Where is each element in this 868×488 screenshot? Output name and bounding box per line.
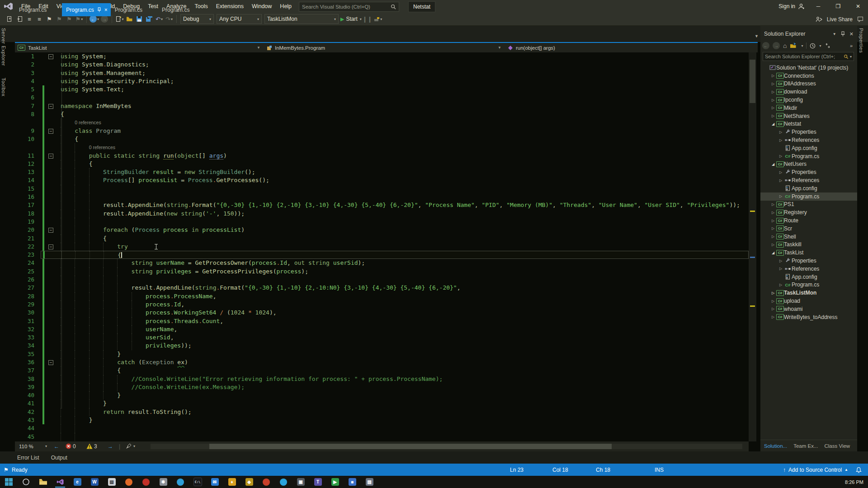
code-line-33[interactable]: 33userSid, (15, 333, 749, 342)
tree-item-route[interactable]: ▷C#Route (760, 216, 857, 225)
tab-2-program-cs[interactable]: Program.cs× (62, 3, 110, 16)
taskbar-clock[interactable]: 8:26 PM (845, 476, 863, 488)
code-line-44[interactable]: 44 (15, 424, 749, 432)
tree-item-netstat[interactable]: ◢C#Netstat (760, 120, 857, 128)
status-line[interactable]: Ln 23 (510, 464, 524, 476)
code-editor[interactable]: 1−using System;2using System.Diagnostics… (15, 52, 749, 441)
breadcrumb-method[interactable]: run(object[] args) (505, 45, 752, 51)
collapsed-arrow-icon[interactable]: ▷ (770, 307, 776, 311)
nav-forward-arrow-icon[interactable]: → (108, 442, 113, 450)
collapsed-arrow-icon[interactable]: ▷ (770, 291, 776, 295)
tree-item-whoami[interactable]: ▷C#whoami (760, 305, 857, 313)
code-line-19[interactable]: 19 (15, 218, 749, 226)
close-icon[interactable]: ✕ (849, 31, 854, 37)
tree-item-tasklistmon[interactable]: ▷C#TaskListMon (760, 289, 857, 297)
dropdown-icon[interactable]: ▾ (819, 44, 821, 48)
minimize-button[interactable]: ─ (808, 0, 828, 13)
window-position-icon[interactable]: ▼ (833, 32, 836, 36)
code-line-43[interactable]: 43} (15, 416, 749, 424)
zoom-dropdown[interactable]: 110 %▾ (17, 442, 49, 450)
code-line-10[interactable]: 10{ (15, 135, 749, 143)
code-line-1[interactable]: 1−using System; (15, 52, 749, 61)
pin-icon[interactable] (841, 31, 845, 37)
taskbar-app-green-icon[interactable]: ▶ (328, 477, 342, 488)
collapse-box-icon[interactable]: − (48, 228, 53, 233)
breadcrumb-csharp-project[interactable]: C#TaskList▼ (15, 45, 264, 51)
collapsed-arrow-icon[interactable]: ▷ (770, 219, 776, 223)
collapsed-arrow-icon[interactable]: ▷ (770, 235, 776, 239)
code-line-16[interactable]: 16 (15, 193, 749, 201)
dropdown-icon[interactable]: ▾ (850, 55, 852, 59)
tab-overflow-icon[interactable]: ▼ (755, 34, 759, 38)
code-line-13[interactable]: 13StringBuilder result = new StringBuild… (15, 168, 749, 176)
collapse-all-icon[interactable] (825, 43, 831, 48)
tree-item-mkdir[interactable]: ▷C#Mkdir (760, 104, 857, 112)
nav-back-arrow-icon[interactable]: ← (54, 442, 59, 450)
collapsed-arrow-icon[interactable]: ▷ (770, 315, 776, 319)
tree-item-ps1[interactable]: ▷C#PS1 (760, 201, 857, 209)
code-line-3[interactable]: 3using System.Management; (15, 69, 749, 77)
collapsed-arrow-icon[interactable]: ▷ (770, 211, 776, 215)
code-line-28[interactable]: 28process.ProcessName, (15, 292, 749, 300)
collapsed-arrow-icon[interactable]: ▷ (770, 74, 776, 78)
dropdown-icon[interactable]: ▾ (801, 44, 803, 48)
collapsed-arrow-icon[interactable]: ▷ (778, 267, 784, 271)
solution-name-badge[interactable]: Netstat (408, 1, 435, 12)
tree-item-connections[interactable]: ▷C#Connections (760, 72, 857, 80)
taskbar-app-blue-icon[interactable]: ■ (345, 477, 359, 488)
taskbar-file-explorer-icon[interactable] (36, 477, 50, 488)
code-cleanup-broom-icon[interactable]: ▾ (126, 442, 135, 450)
close-button[interactable]: ✕ (848, 0, 868, 13)
tab-3-program-cs[interactable]: Program.cs (111, 3, 158, 16)
code-line-21[interactable]: 21{ (15, 235, 749, 243)
code-line-37[interactable]: 37{ (15, 366, 749, 375)
expanded-arrow-icon[interactable]: ◢ (770, 122, 776, 126)
collapsed-arrow-icon[interactable]: ▷ (778, 178, 784, 183)
tree-item-writebytes-toaddress[interactable]: ▷C#WriteBytes_toAddress (760, 313, 857, 321)
tree-item-scr[interactable]: ▷C#Scr (760, 225, 857, 233)
code-line-23[interactable]: 23{ (15, 251, 749, 259)
close-tab-icon[interactable]: × (104, 7, 108, 13)
taskbar-app-red-icon[interactable] (139, 477, 153, 488)
menu-help[interactable]: Help (276, 0, 296, 13)
solution-explorer-search-box[interactable]: Search Solution Explorer (Ctrl+; ▾ (763, 52, 854, 61)
error-count[interactable]: 0 (66, 442, 76, 450)
collapsed-arrow-icon[interactable]: ▷ (778, 170, 784, 174)
taskbar-app-firefox-icon[interactable] (122, 477, 136, 488)
collapse-box-icon[interactable]: − (48, 54, 53, 59)
code-line-lens[interactable]: 0 references (15, 118, 749, 127)
taskbar-app-key-icon[interactable]: ♦ (225, 477, 239, 488)
code-line-34[interactable]: 34privileges)); (15, 342, 749, 350)
tree-item-program-cs[interactable]: ▷C#Program.cs (760, 281, 857, 289)
sign-in-button[interactable]: Sign in (778, 0, 805, 13)
collapsed-arrow-icon[interactable]: ▷ (778, 259, 784, 263)
menu-window[interactable]: Window (248, 0, 276, 13)
breadcrumb-class[interactable]: InMemBytes.Program▼ (264, 45, 505, 51)
taskbar-app-cmd-icon[interactable]: C:\ (191, 477, 204, 488)
restore-button[interactable]: ❐ (828, 0, 848, 13)
taskbar-app-notes-icon[interactable]: ▤ (105, 477, 118, 488)
collapsed-arrow-icon[interactable]: ▷ (778, 194, 784, 198)
code-line-38[interactable]: 38//Console.WriteLine("Error retrieving … (15, 375, 749, 383)
collapse-box-icon[interactable]: − (48, 360, 53, 365)
code-line-18[interactable]: 18result.AppendLine(new string('-', 150)… (15, 210, 749, 218)
pin-icon[interactable] (97, 7, 101, 12)
tree-item-registery[interactable]: ▷C#Registery (760, 208, 857, 216)
code-line-41[interactable]: 41} (15, 399, 749, 408)
scrollbar-thumb[interactable] (209, 444, 612, 449)
tree-item-properties[interactable]: ▷Properties (760, 128, 857, 136)
collapsed-arrow-icon[interactable]: ▷ (778, 154, 784, 158)
taskbar-search-icon[interactable] (19, 477, 33, 488)
tree-item-ipconfig[interactable]: ▷C#Ipconfig (760, 96, 857, 104)
bottom-tab-output[interactable]: Output (51, 455, 67, 461)
tree-item-properties[interactable]: ▷Properties (760, 168, 857, 176)
collapsed-arrow-icon[interactable]: ▷ (778, 130, 784, 134)
collapsed-arrow-icon[interactable]: ▷ (770, 114, 776, 118)
code-line-8[interactable]: 8{ (15, 110, 749, 118)
expanded-arrow-icon[interactable]: ◢ (770, 251, 776, 255)
code-line-4[interactable]: 4using System.Security.Principal; (15, 77, 749, 85)
notifications-bell-icon[interactable] (856, 464, 862, 476)
collapsed-arrow-icon[interactable]: ▷ (770, 90, 776, 94)
feedback-icon[interactable] (857, 16, 863, 22)
search-box[interactable]: Search Visual Studio (Ctrl+Q) (299, 2, 399, 12)
